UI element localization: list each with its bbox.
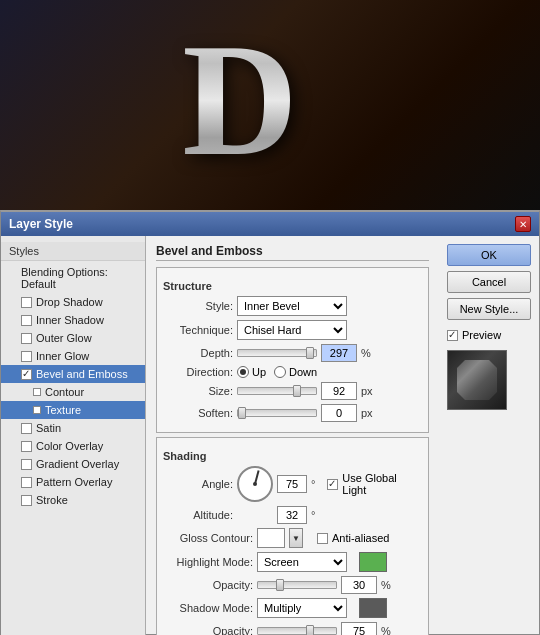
color-overlay-item[interactable]: Color Overlay — [1, 437, 145, 455]
size-slider-thumb[interactable] — [293, 385, 301, 397]
gloss-contour-dropdown[interactable]: ▼ — [289, 528, 303, 548]
main-panel: Bevel and Emboss Structure Style: Inner … — [146, 236, 439, 635]
inner-shadow-label: Inner Shadow — [36, 314, 104, 326]
shadow-opacity-thumb[interactable] — [306, 625, 314, 635]
altitude-input[interactable]: 32 — [277, 506, 307, 524]
stroke-item[interactable]: Stroke — [1, 491, 145, 509]
bevel-emboss-label: Bevel and Emboss — [36, 368, 128, 380]
styles-header: Styles — [1, 242, 145, 261]
new-style-button[interactable]: New Style... — [447, 298, 531, 320]
gradient-overlay-checkbox[interactable] — [21, 459, 32, 470]
shading-section: Shading Angle: 75 ° Use Global Light — [156, 437, 429, 635]
color-overlay-checkbox[interactable] — [21, 441, 32, 452]
satin-label: Satin — [36, 422, 61, 434]
technique-select[interactable]: Chisel Hard — [237, 320, 347, 340]
soften-unit: px — [361, 407, 373, 419]
direction-up-radio[interactable] — [237, 366, 249, 378]
pattern-overlay-item[interactable]: Pattern Overlay — [1, 473, 145, 491]
structure-section: Structure Style: Inner Bevel Technique: … — [156, 267, 429, 433]
bevel-emboss-checkbox[interactable] — [21, 369, 32, 380]
texture-checkbox[interactable] — [33, 406, 41, 414]
highlight-opacity-thumb[interactable] — [276, 579, 284, 591]
ok-button[interactable]: OK — [447, 244, 531, 266]
angle-dial[interactable] — [237, 466, 273, 502]
altitude-unit: ° — [311, 509, 315, 521]
size-input[interactable]: 92 — [321, 382, 357, 400]
gradient-overlay-label: Gradient Overlay — [36, 458, 119, 470]
gloss-contour-preview[interactable] — [257, 528, 285, 548]
cancel-button[interactable]: Cancel — [447, 271, 531, 293]
inner-glow-checkbox[interactable] — [21, 351, 32, 362]
shadow-opacity-slider[interactable] — [257, 627, 337, 635]
highlight-opacity-label: Opacity: — [163, 579, 253, 591]
highlight-opacity-slider[interactable] — [257, 581, 337, 589]
highlight-opacity-input[interactable]: 30 — [341, 576, 377, 594]
direction-radio-group: Up Down — [237, 366, 317, 378]
depth-input[interactable]: 297 — [321, 344, 357, 362]
inner-glow-item[interactable]: Inner Glow — [1, 347, 145, 365]
bevel-emboss-section-title: Bevel and Emboss — [156, 244, 429, 261]
highlight-color-swatch[interactable] — [359, 552, 387, 572]
drop-shadow-checkbox[interactable] — [21, 297, 32, 308]
soften-slider[interactable] — [237, 409, 317, 417]
dialog-body: Styles Blending Options: Default Drop Sh… — [1, 236, 539, 635]
outer-glow-item[interactable]: Outer Glow — [1, 329, 145, 347]
texture-item[interactable]: Texture — [1, 401, 145, 419]
soften-input[interactable]: 0 — [321, 404, 357, 422]
highlight-mode-row: Highlight Mode: Screen — [163, 552, 422, 572]
pattern-overlay-checkbox[interactable] — [21, 477, 32, 488]
stroke-checkbox[interactable] — [21, 495, 32, 506]
satin-item[interactable]: Satin — [1, 419, 145, 437]
altitude-row: Altitude: 32 ° — [163, 506, 422, 524]
shadow-opacity-input[interactable]: 75 — [341, 622, 377, 635]
direction-down-item[interactable]: Down — [274, 366, 317, 378]
style-select[interactable]: Inner Bevel — [237, 296, 347, 316]
global-light-checkbox[interactable] — [327, 479, 338, 490]
shadow-mode-select[interactable]: Multiply — [257, 598, 347, 618]
depth-unit: % — [361, 347, 371, 359]
contour-item[interactable]: Contour — [1, 383, 145, 401]
highlight-opacity-unit: % — [381, 579, 391, 591]
gloss-contour-label: Gloss Contour: — [163, 532, 253, 544]
button-column: OK Cancel New Style... Preview — [439, 236, 539, 635]
shadow-color-swatch[interactable] — [359, 598, 387, 618]
soften-slider-thumb[interactable] — [238, 407, 246, 419]
direction-up-label: Up — [252, 366, 266, 378]
bevel-emboss-item[interactable]: Bevel and Emboss — [1, 365, 145, 383]
close-button[interactable]: ✕ — [515, 216, 531, 232]
direction-row: Direction: Up Down — [163, 366, 422, 378]
preview-letter: D — [182, 8, 298, 193]
dialog-titlebar: Layer Style ✕ — [1, 212, 539, 236]
anti-aliased-label: Anti-aliased — [332, 532, 389, 544]
texture-label: Texture — [45, 404, 81, 416]
depth-row: Depth: 297 % — [163, 344, 422, 362]
color-overlay-label: Color Overlay — [36, 440, 103, 452]
angle-input[interactable]: 75 — [277, 475, 307, 493]
gradient-overlay-item[interactable]: Gradient Overlay — [1, 455, 145, 473]
highlight-mode-select[interactable]: Screen — [257, 552, 347, 572]
direction-up-item[interactable]: Up — [237, 366, 266, 378]
direction-down-radio[interactable] — [274, 366, 286, 378]
shading-title: Shading — [163, 450, 422, 462]
highlight-opacity-row: Opacity: 30 % — [163, 576, 422, 594]
size-row: Size: 92 px — [163, 382, 422, 400]
shadow-opacity-label: Opacity: — [163, 625, 253, 635]
outer-glow-checkbox[interactable] — [21, 333, 32, 344]
style-row: Style: Inner Bevel — [163, 296, 422, 316]
technique-label: Technique: — [163, 324, 233, 336]
size-slider[interactable] — [237, 387, 317, 395]
drop-shadow-item[interactable]: Drop Shadow — [1, 293, 145, 311]
shadow-mode-label: Shadow Mode: — [163, 602, 253, 614]
anti-aliased-checkbox[interactable] — [317, 533, 328, 544]
depth-slider[interactable] — [237, 349, 317, 357]
blending-options-item[interactable]: Blending Options: Default — [1, 263, 145, 293]
satin-checkbox[interactable] — [21, 423, 32, 434]
direction-label: Direction: — [163, 366, 233, 378]
size-unit: px — [361, 385, 373, 397]
highlight-mode-label: Highlight Mode: — [163, 556, 253, 568]
contour-checkbox[interactable] — [33, 388, 41, 396]
inner-shadow-checkbox[interactable] — [21, 315, 32, 326]
depth-slider-thumb[interactable] — [306, 347, 314, 359]
preview-checkbox[interactable] — [447, 330, 458, 341]
inner-shadow-item[interactable]: Inner Shadow — [1, 311, 145, 329]
